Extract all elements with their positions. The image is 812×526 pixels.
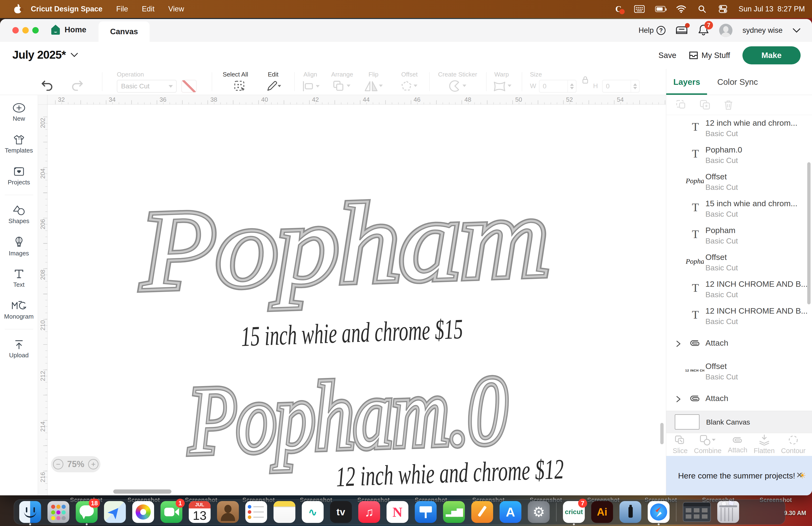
tab-home[interactable]: Home bbox=[50, 24, 86, 35]
machine-status-button[interactable] bbox=[676, 25, 688, 36]
tab-canvas[interactable]: Canvas bbox=[99, 22, 149, 42]
layer-row[interactable]: 12 INCH CHROME ANDOffsetBasic Cut bbox=[666, 358, 812, 385]
layer-group-attach[interactable]: Attach bbox=[666, 330, 812, 358]
my-stuff-button[interactable]: My Stuff bbox=[689, 51, 730, 60]
edit-label[interactable]: Edit bbox=[268, 71, 278, 78]
dock-item-trash[interactable] bbox=[717, 501, 739, 523]
dock-item-settings[interactable]: ⚙ bbox=[528, 501, 550, 523]
canvas-horizontal-scrollbar[interactable] bbox=[113, 489, 171, 494]
width-field[interactable]: 0 bbox=[539, 80, 577, 93]
lock-aspect-icon[interactable] bbox=[581, 75, 589, 85]
wifi-icon[interactable] bbox=[676, 4, 686, 14]
layer-group-attach[interactable]: Attach bbox=[666, 385, 812, 411]
zoom-window-button[interactable] bbox=[32, 27, 39, 33]
canvas-vertical-scrollbar[interactable] bbox=[660, 423, 664, 444]
notifications-button[interactable]: 7 bbox=[698, 24, 709, 37]
menu-bar-clock[interactable]: Sun Jul 13 8:27 PM bbox=[739, 5, 805, 13]
dock-item-window[interactable] bbox=[683, 502, 711, 522]
sidebar-item-text[interactable]: Text bbox=[0, 265, 38, 292]
layer-row[interactable]: T12 INCH CHROME AND B...Basic Cut bbox=[666, 303, 812, 330]
dock-item-maps[interactable] bbox=[104, 501, 126, 523]
zoom-in-button[interactable]: + bbox=[88, 459, 99, 469]
layer-row[interactable]: PophamOffsetBasic Cut bbox=[666, 249, 812, 276]
expand-chevron-icon[interactable] bbox=[675, 340, 681, 347]
menu-file[interactable]: File bbox=[116, 5, 128, 13]
minimize-window-button[interactable] bbox=[22, 27, 29, 33]
keyboard-icon[interactable] bbox=[634, 4, 644, 14]
combine-button[interactable]: Combine bbox=[694, 435, 722, 455]
sidebar-item-upload[interactable]: Upload bbox=[0, 336, 38, 362]
avatar[interactable] bbox=[719, 24, 733, 37]
apple-logo-icon[interactable] bbox=[14, 4, 22, 14]
delete-icon[interactable] bbox=[723, 99, 734, 111]
menu-cricut-design-space[interactable]: Cricut Design Space bbox=[31, 5, 102, 13]
edit-pencil-icon[interactable] bbox=[265, 80, 285, 93]
redo-button[interactable] bbox=[71, 79, 84, 91]
blank-canvas-row[interactable]: Blank Canvas bbox=[666, 411, 812, 433]
layers-scrollbar[interactable] bbox=[807, 162, 811, 304]
layer-row[interactable]: T12 INCH CHROME AND B...Basic Cut bbox=[666, 276, 812, 303]
operation-color-swatch[interactable] bbox=[182, 80, 197, 93]
dock-item-freeform[interactable]: ∿ bbox=[302, 501, 324, 523]
sidebar-item-monogram[interactable]: Monogram bbox=[0, 297, 38, 323]
group-icon[interactable] bbox=[676, 100, 687, 111]
dock-item-appstore[interactable]: A bbox=[499, 501, 521, 523]
dock-item-launchpad[interactable] bbox=[47, 501, 69, 523]
sidebar-item-projects[interactable]: Projects bbox=[0, 163, 38, 189]
dock-item-contacts[interactable] bbox=[217, 501, 239, 523]
project-title-dropdown[interactable]: July 2025* bbox=[12, 48, 78, 61]
dock-item-pages[interactable] bbox=[471, 501, 493, 523]
layer-row[interactable]: T12 inch whie and chrom...Basic Cut bbox=[666, 115, 812, 142]
undo-button[interactable] bbox=[41, 79, 53, 91]
contour-button[interactable]: Contour bbox=[781, 435, 806, 455]
zoom-out-button[interactable]: − bbox=[53, 459, 63, 469]
duplicate-icon[interactable] bbox=[699, 100, 711, 111]
make-button[interactable]: Make bbox=[742, 46, 801, 65]
canvas-area[interactable]: 323436384042444648505254 202204206208210… bbox=[38, 95, 666, 495]
height-field[interactable]: 0 bbox=[602, 80, 640, 93]
menu-view[interactable]: View bbox=[168, 5, 184, 13]
attach-button[interactable]: Attach bbox=[728, 435, 747, 454]
dock-item-finder[interactable] bbox=[19, 501, 41, 523]
help-button[interactable]: Help ? bbox=[638, 26, 666, 35]
dock-item-facetime[interactable]: 1 bbox=[160, 501, 182, 523]
dock-item-photos[interactable] bbox=[132, 501, 154, 523]
dock-item-safari[interactable] bbox=[648, 501, 669, 523]
sidebar-item-images[interactable]: Images bbox=[0, 233, 38, 260]
select-all-label[interactable]: Select All bbox=[223, 71, 248, 78]
slice-button[interactable]: Slice bbox=[673, 435, 687, 455]
layer-row[interactable]: PophamOffsetBasic Cut bbox=[666, 169, 812, 196]
dock-item-photoapp[interactable] bbox=[620, 501, 641, 523]
dock-item-appletv[interactable]: tv bbox=[330, 501, 352, 523]
dock-item-music[interactable]: ♫ bbox=[358, 501, 380, 523]
sidebar-item-shapes[interactable]: Shapes bbox=[0, 202, 38, 228]
layer-row[interactable]: TPopham.0Basic Cut bbox=[666, 142, 812, 169]
spotlight-icon[interactable] bbox=[697, 4, 707, 14]
layer-row[interactable]: T15 inch whie and chrom...Basic Cut bbox=[666, 196, 812, 222]
canvas-artwork[interactable]: Popham Popham Popham 15 inch whie and ch… bbox=[47, 104, 666, 495]
dock-item-messages[interactable]: 18 bbox=[76, 501, 98, 523]
battery-icon[interactable] bbox=[655, 4, 666, 14]
chevron-down-icon[interactable] bbox=[793, 28, 801, 33]
layer-row[interactable]: TPophamBasic Cut bbox=[666, 222, 812, 249]
select-all-icon[interactable] bbox=[234, 80, 246, 93]
flatten-button[interactable]: Flatten bbox=[754, 435, 775, 455]
cricut-status-icon[interactable]: C bbox=[613, 4, 624, 14]
dock-item-keynote[interactable] bbox=[415, 501, 437, 523]
tab-layers[interactable]: Layers bbox=[673, 77, 700, 87]
control-center-icon[interactable] bbox=[718, 4, 728, 14]
tab-color-sync[interactable]: Color Sync bbox=[717, 77, 758, 87]
operation-select[interactable]: Basic Cut bbox=[117, 80, 177, 93]
sidebar-item-new[interactable]: New bbox=[0, 99, 38, 126]
dock-item-reminders[interactable] bbox=[245, 501, 267, 523]
dock-item-numbers[interactable]: ▂▅▇ bbox=[443, 501, 465, 523]
banner-close-icon[interactable]: × bbox=[796, 470, 802, 480]
dock-item-notes[interactable] bbox=[274, 501, 295, 523]
save-button[interactable]: Save bbox=[658, 51, 676, 60]
dock-item-news[interactable]: N bbox=[387, 501, 408, 523]
dock-item-calendar[interactable]: JUL13 bbox=[189, 501, 211, 523]
sidebar-item-templates[interactable]: Templates bbox=[0, 131, 38, 157]
expand-chevron-icon[interactable] bbox=[675, 396, 681, 403]
menu-edit[interactable]: Edit bbox=[142, 5, 154, 13]
dock-item-illustrator[interactable]: Ai bbox=[591, 501, 613, 523]
